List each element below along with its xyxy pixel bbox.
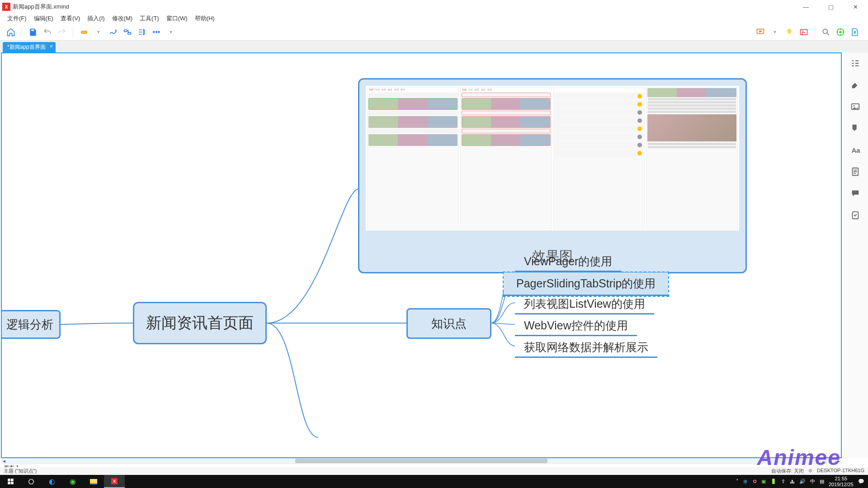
- relationship-button[interactable]: [107, 26, 119, 38]
- toolbar: ▼ ••• ▼ ▼: [0, 23, 868, 41]
- gantt-button[interactable]: [797, 26, 810, 38]
- app-logo-icon: X: [2, 3, 10, 11]
- export-button[interactable]: [849, 26, 861, 38]
- screenshot-3: [553, 87, 645, 229]
- node-root[interactable]: 新闻资讯首页面: [133, 302, 267, 344]
- topic-button[interactable]: [78, 26, 90, 38]
- side-panel-toolbar: Aa: [843, 52, 868, 458]
- system-tray: ˄ ⛨ ✿ ▣ 🔋 ⇪ 🖧 🔊 中 ▤ 21:55 2019/12/25 💬: [736, 476, 868, 487]
- tray-caret-icon[interactable]: ˄: [736, 479, 739, 484]
- svg-point-17: [29, 479, 34, 484]
- summary-button[interactable]: [136, 26, 148, 38]
- tray-usb-icon[interactable]: ⇪: [781, 479, 785, 484]
- redo-button[interactable]: [56, 26, 68, 38]
- tray-battery-icon[interactable]: 🔋: [770, 479, 777, 484]
- font-icon[interactable]: Aa: [849, 144, 862, 156]
- svg-rect-14: [11, 479, 14, 481]
- canvas[interactable]: 头条社会体育娱乐科技财经 头条社会体育娱乐科技: [1, 52, 842, 458]
- window-minimize-button[interactable]: —: [793, 0, 818, 14]
- menu-edit[interactable]: 编辑(E): [30, 14, 57, 23]
- task-wechat-icon[interactable]: ◉: [62, 475, 83, 488]
- menu-bar: 文件(F) 编辑(E) 查看(V) 插入(I) 修改(M) 工具(T) 窗口(W…: [0, 14, 868, 23]
- node-result-box[interactable]: 头条社会体育娱乐科技财经 头条社会体育娱乐科技: [358, 78, 747, 273]
- tray-action-center-icon[interactable]: ▤: [820, 479, 824, 484]
- document-tab[interactable]: *新闻app首界面 ×: [3, 42, 56, 52]
- start-button[interactable]: [0, 475, 21, 488]
- presentation-dropdown-icon[interactable]: ▼: [769, 26, 781, 38]
- leaf-viewpager[interactable]: ViewPager的使用: [515, 252, 621, 272]
- svg-point-5: [823, 29, 827, 33]
- topic-dropdown-icon[interactable]: ▼: [92, 26, 105, 38]
- task-xmind-icon[interactable]: X: [104, 475, 125, 488]
- horizontal-scrollbar[interactable]: ◄ ►: [1, 458, 842, 464]
- notes-icon[interactable]: [849, 165, 862, 178]
- window-title: 新闻app首界面.xmind: [13, 3, 69, 11]
- tray-ime-icon[interactable]: 中: [810, 478, 815, 485]
- share-button[interactable]: [834, 26, 847, 38]
- menu-window[interactable]: 窗口(W): [163, 14, 191, 23]
- home-button[interactable]: [5, 26, 17, 38]
- tray-volume-icon[interactable]: 🔊: [799, 479, 806, 484]
- document-tab-label: *新闻app首界面: [7, 44, 46, 50]
- undo-button[interactable]: [41, 26, 54, 38]
- tray-network-icon[interactable]: 🖧: [790, 479, 795, 484]
- presentation-button[interactable]: [754, 26, 767, 38]
- menu-file[interactable]: 文件(F): [4, 14, 30, 23]
- document-tab-close-icon[interactable]: ×: [50, 43, 52, 49]
- comments-icon[interactable]: [849, 187, 862, 200]
- menu-help[interactable]: 帮助(H): [191, 14, 218, 23]
- svg-point-7: [840, 31, 841, 33]
- title-bar: X 新闻app首界面.xmind — ▢ ✕: [0, 0, 868, 14]
- task-icon[interactable]: [849, 209, 862, 221]
- node-root-label: 新闻资讯首页面: [146, 313, 254, 333]
- node-knowledge[interactable]: 知识点: [406, 308, 491, 339]
- svg-point-9: [854, 105, 855, 107]
- menu-insert[interactable]: 插入(I): [84, 14, 108, 23]
- leaf-network-parse[interactable]: 获取网络数据并解析展示: [515, 338, 657, 358]
- task-browser-icon[interactable]: ◐: [42, 475, 62, 488]
- more-button[interactable]: •••: [150, 26, 163, 38]
- screenshot-4: [646, 87, 738, 229]
- svg-rect-0: [81, 31, 87, 33]
- scrollbar-thumb[interactable]: [295, 459, 547, 463]
- save-button[interactable]: [27, 26, 39, 38]
- node-knowledge-label: 知识点: [431, 316, 467, 332]
- menu-modify[interactable]: 修改(M): [108, 14, 137, 23]
- svg-text:Aa: Aa: [852, 147, 860, 154]
- cortana-button[interactable]: [21, 475, 42, 488]
- image-icon[interactable]: [849, 100, 862, 113]
- menu-tools[interactable]: 工具(T): [136, 14, 163, 23]
- search-button[interactable]: [820, 26, 832, 38]
- watermark: Animee: [757, 445, 841, 470]
- window-maximize-button[interactable]: ▢: [818, 0, 843, 14]
- screenshot-1: 头条社会体育娱乐科技财经: [367, 87, 459, 229]
- node-logic-analysis[interactable]: 逻辑分析: [1, 310, 61, 339]
- status-selection: 主题 ("知识点"): [4, 468, 37, 474]
- window-close-button[interactable]: ✕: [843, 0, 868, 14]
- leaf-listview[interactable]: 列表视图ListView的使用: [515, 295, 654, 314]
- screenshot-2: 头条社会体育娱乐科技: [460, 87, 552, 229]
- result-screenshots: 头条社会体育娱乐科技财经 头条社会体育娱乐科技: [366, 86, 739, 230]
- status-bar: 主题 ("知识点") 自动保存: 关闭 ⊕ DESKTOP-1TKH61G: [0, 467, 868, 475]
- idea-button[interactable]: [783, 26, 796, 38]
- node-logic-analysis-label: 逻辑分析: [6, 317, 53, 333]
- tray-green-icon[interactable]: ▣: [761, 479, 766, 484]
- leaf-webview[interactable]: WebView控件的使用: [515, 316, 637, 336]
- format-icon[interactable]: [849, 79, 862, 91]
- task-explorer-icon[interactable]: [83, 475, 104, 488]
- tray-shield-icon[interactable]: ⛨: [743, 479, 748, 484]
- outline-icon[interactable]: [849, 57, 862, 70]
- marker-icon[interactable]: [849, 122, 862, 135]
- svg-rect-1: [124, 30, 127, 32]
- menu-view[interactable]: 查看(V): [57, 14, 84, 23]
- tray-app-icon[interactable]: ✿: [753, 479, 757, 484]
- leaf-pagerslidingtabstrip[interactable]: PagerSlidingTabStrip的使用: [504, 272, 668, 296]
- document-tab-strip: *新闻app首界面 ×: [0, 41, 868, 52]
- svg-rect-13: [8, 479, 10, 481]
- windows-taskbar: ◐ ◉ X ˄ ⛨ ✿ ▣ 🔋 ⇪ 🖧 🔊 中 ▤ 21:55 2019/12/…: [0, 475, 868, 488]
- boundary-button[interactable]: [121, 26, 134, 38]
- more-dropdown-icon[interactable]: ▼: [165, 26, 177, 38]
- svg-rect-15: [8, 482, 10, 484]
- taskbar-clock[interactable]: 21:55 2019/12/25: [829, 476, 854, 487]
- tray-notifications-icon[interactable]: 💬: [858, 479, 864, 484]
